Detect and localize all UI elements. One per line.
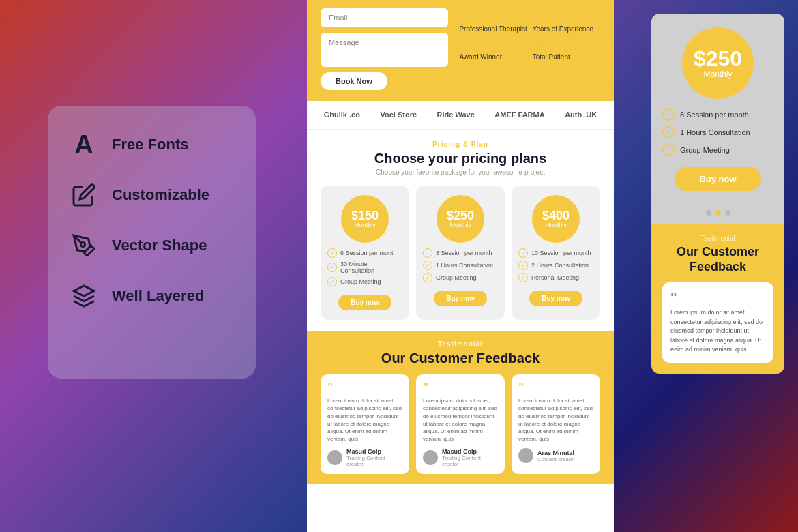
reviewer-role-2: Content creator [537,456,575,462]
testimonial-text-0: Lorem ipsum dolor sit amet, consectetur … [327,397,402,443]
brand-1: Voci Store [380,110,417,119]
check-icon: ✓ [423,248,432,258]
right-testimonial-text: Lorem ipsum dolor sit amet, consectetur … [670,308,765,355]
quote-mark-2: " [518,381,593,394]
check-icon: ✓ [518,273,528,282]
pricing-card-1: $250 Monthly ✓ 8 Session per month ✓ 1 H… [416,186,505,320]
stat-number-2: 151 [459,39,527,53]
buy-button-2[interactable]: Buy now [529,291,582,306]
stat-item-0: 290+ Professional Therapist [459,11,527,33]
feature-0-1: ✓ 30 Minute Consultation [327,261,402,274]
dot-0 [706,210,711,216]
feature-label-vector-shape: Vector Shape [112,237,207,254]
check-icon: ✓ [518,248,528,258]
stat-item-1: 20+ Years of Experience [533,11,600,33]
pricing-title: Choose your pricing plans [321,151,600,166]
feature-well-layered: Well Layered [70,282,234,310]
letter-a-icon: A [70,130,98,159]
card-features-1: ✓ 8 Session per month ✓ 1 Hours Consulta… [423,248,498,285]
right-panel: $250 Monthly ✓ 8 Session per month ✓ 1 H… [651,14,784,374]
price-circle-2: $400 Monthly [532,195,580,243]
brand-0: Ghulik .co [324,110,360,119]
top-section: Email Message Book Now 290+ Professional… [307,0,614,101]
dot-1 [715,210,721,216]
booking-form: Email Message Book Now [321,8,448,90]
testimonial-text-2: Lorem ipsum dolor sit amet, consectetur … [518,397,593,443]
feature-customizable: Customizable [70,181,234,209]
price-circle-1: $250 Monthly [437,195,484,243]
stat-label-2: Award Winner [459,53,527,61]
testimonial-section: Testimonial Our Customer Feedback " Lore… [307,331,614,484]
check-icon: ✓ [423,261,432,270]
dot-2 [725,210,730,216]
stat-item-2: 151 Award Winner [459,39,527,61]
testimonial-cards: " Lorem ipsum dolor sit amet, consectetu… [321,374,600,474]
feature-1-2: ✓ Group Meeting [423,273,498,282]
price-circle-0: $150 Monthly [341,195,389,243]
right-buy-button[interactable]: Buy now [675,167,760,191]
right-check-icon-2: ✓ [662,144,675,156]
brands-row: Ghulik .co Voci Store Ride Wave AMEF FAR… [307,101,614,130]
center-panel: Email Message Book Now 290+ Professional… [307,0,614,532]
feature-vector-shape: Vector Shape [70,231,234,260]
svg-point-0 [81,243,85,247]
card-features-0: ✓ 6 Session per month ✓ 30 Minute Consul… [327,248,402,289]
stat-number-0: 290+ [459,11,527,25]
email-field[interactable]: Email [321,8,448,27]
testimonial-title: Our Customer Feedback [321,351,600,366]
pricing-subtitle: Choose your favorite package for your aw… [321,168,600,176]
stat-label-0: Professional Therapist [459,25,527,33]
feature-2-0: ✓ 10 Session per month [518,248,593,258]
feature-label-free-fonts: Free Fonts [112,136,188,153]
feature-label-customizable: Customizable [112,186,209,204]
reviewer-name-1: Masud Colp [442,448,498,455]
layers-icon [70,282,98,310]
buy-button-0[interactable]: Buy now [338,295,391,310]
brand-2: Ride Wave [437,110,475,119]
feature-1-1: ✓ 1 Hours Consultation [423,261,498,270]
quote-mark-1: " [423,381,498,394]
right-check-icon-1: ✓ [662,126,675,138]
price-period-1: Monthly [449,222,471,228]
reviewer-1: Masud Colp Trading Content creator [423,448,498,467]
feature-0-0: ✓ 6 Session per month [327,248,402,258]
book-now-button[interactable]: Book Now [321,72,387,90]
stat-label-3: Total Patient [533,53,600,61]
pricing-card-0: $150 Monthly ✓ 6 Session per month ✓ 30 … [321,186,409,320]
check-icon: ✓ [327,277,337,286]
stat-number-1: 20+ [533,11,600,25]
right-testimonial-card: " Lorem ipsum dolor sit amet, consectetu… [662,282,773,363]
testimonial-tag: Testimonial [321,340,600,348]
reviewer-0: Masud Colp Trading Content creator [327,448,402,467]
pricing-cards: $150 Monthly ✓ 6 Session per month ✓ 30 … [321,186,600,320]
stat-number-3: 480+ [533,39,600,53]
right-price-amount: $250 [694,48,742,70]
right-feature-1: ✓ 1 Hours Consultation [662,126,773,138]
quote-mark-0: " [327,381,402,394]
price-period-2: Monthly [545,222,567,228]
reviewer-name-2: Aras Minutal [537,449,575,456]
right-testimonial: Testimonial Our Customer Feedback " Lore… [651,224,784,374]
price-amount-0: $150 [351,209,379,222]
feature-2-1: ✓ 2 Hours Consultation [518,261,593,270]
avatar-1 [423,450,438,465]
reviewer-2: Aras Minutal Content creator [518,448,593,463]
stat-item-3: 480+ Total Patient [533,39,600,61]
right-price-period: Monthly [703,70,732,79]
right-price-circle: $250 Monthly [682,27,754,99]
pricing-card-2: $400 Monthly ✓ 10 Session per month ✓ 2 … [512,186,600,320]
pricing-section: Pricing & Plan Choose your pricing plans… [307,130,614,331]
testimonial-card-0: " Lorem ipsum dolor sit amet, consectetu… [321,374,409,474]
price-period-0: Monthly [354,222,376,228]
buy-button-1[interactable]: Buy now [434,291,487,306]
feature-label-well-layered: Well Layered [112,287,204,305]
edit-icon [70,181,98,209]
message-field[interactable]: Message [321,33,448,67]
reviewer-name-0: Masud Colp [346,448,402,455]
price-amount-1: $250 [447,209,474,222]
brand-3: AMEF FARMA [494,110,544,119]
reviewer-role-0: Trading Content creator [346,455,402,467]
stats-grid: 290+ Professional Therapist 20+ Years of… [459,8,600,90]
check-icon: ✓ [518,261,528,270]
card-features-2: ✓ 10 Session per month ✓ 2 Hours Consult… [518,248,593,285]
